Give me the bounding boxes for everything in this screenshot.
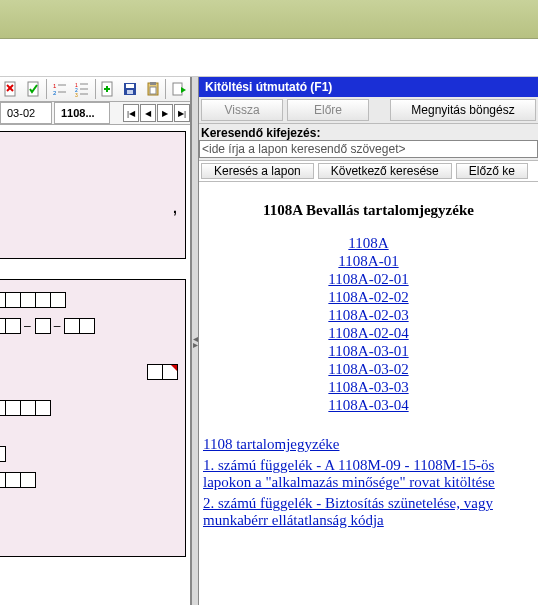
additional-links: 1108 tartalomjegyzéke 1. számú függelék …: [203, 436, 534, 529]
help-title: 1108A Bevallás tartalomjegyzéke: [203, 202, 534, 219]
toc-link[interactable]: 1108A-03-02: [203, 361, 534, 378]
main-toc-link[interactable]: 1108 tartalomjegyzéke: [203, 436, 339, 452]
tab-0302[interactable]: 03-02: [0, 102, 52, 124]
tabs-row: 03-02 1108... |◀ ◀ ▶ ▶|: [0, 102, 190, 125]
paste-icon[interactable]: [142, 77, 165, 101]
spacer-bar: [0, 39, 538, 77]
svg-marker-24: [181, 87, 186, 93]
numbered-tree-123-icon[interactable]: 123: [71, 77, 94, 101]
form-section-1: ,: [0, 131, 186, 259]
toc-link[interactable]: 1108A-03-04: [203, 397, 534, 414]
svg-rect-18: [126, 84, 134, 88]
form-area: , – –: [0, 125, 191, 573]
nav-last-button[interactable]: ▶|: [174, 104, 190, 122]
tab-1108[interactable]: 1108...: [54, 102, 110, 124]
input-cells-row-3[interactable]: [0, 364, 177, 380]
toc-link[interactable]: 1108A-02-04: [203, 325, 534, 342]
toc-list: 1108A 1108A-01 1108A-02-01 1108A-02-02 1…: [203, 235, 534, 414]
ribbon-bar: [0, 0, 538, 39]
toolbar: 12 123: [0, 77, 190, 102]
search-page-button[interactable]: Keresés a lapon: [201, 163, 314, 179]
help-nav-row: Vissza Előre Megnyitás böngész: [199, 97, 538, 124]
svg-rect-19: [127, 90, 133, 94]
help-header: Kitöltési útmutató (F1): [199, 77, 538, 97]
svg-text:3: 3: [75, 92, 78, 97]
nav-first-button[interactable]: |◀: [123, 104, 139, 122]
svg-text:2: 2: [53, 90, 57, 96]
search-buttons-row: Keresés a lapon Következő keresése Előző…: [199, 160, 538, 182]
nav-next-button[interactable]: ▶: [157, 104, 173, 122]
new-page-icon[interactable]: [96, 77, 119, 101]
splitter[interactable]: ◂▸: [191, 77, 199, 605]
search-label: Keresendő kifejezés:: [199, 124, 538, 140]
input-cells-row-6[interactable]: [0, 472, 177, 488]
svg-rect-23: [173, 83, 182, 95]
toc-link[interactable]: 1108A: [203, 235, 534, 252]
svg-text:1: 1: [53, 83, 57, 89]
appendix-1-link[interactable]: 1. számú függelék - A 1108M-09 - 1108M-1…: [203, 457, 495, 490]
search-input[interactable]: [199, 140, 538, 158]
help-pane: Kitöltési útmutató (F1) Vissza Előre Meg…: [199, 77, 538, 605]
svg-rect-22: [150, 87, 156, 94]
input-cells-row-5[interactable]: [0, 446, 177, 462]
toc-link[interactable]: 1108A-01: [203, 253, 534, 270]
nav-prev-button[interactable]: ◀: [140, 104, 156, 122]
input-cells-row-1[interactable]: [0, 292, 177, 308]
help-content: 1108A Bevallás tartalomjegyzéke 1108A 11…: [199, 182, 538, 605]
forward-button[interactable]: Előre: [287, 99, 369, 121]
page-check-icon[interactable]: [23, 77, 46, 101]
input-cells-row-2[interactable]: – –: [0, 318, 177, 334]
save-icon[interactable]: [119, 77, 142, 101]
page-error-icon[interactable]: [0, 77, 23, 101]
numbered-tree-12-icon[interactable]: 12: [48, 77, 71, 101]
toc-link[interactable]: 1108A-02-03: [203, 307, 534, 324]
comma-label: ,: [0, 200, 177, 216]
form-pane: 12 123 03-02 1108... |◀: [0, 77, 191, 605]
form-section-2: – –: [0, 279, 186, 557]
toc-link[interactable]: 1108A-02-01: [203, 271, 534, 288]
open-in-browser-button[interactable]: Megnyitás böngész: [390, 99, 536, 121]
search-prev-button[interactable]: Előző ke: [456, 163, 528, 179]
toc-link[interactable]: 1108A-02-02: [203, 289, 534, 306]
splitter-grip-icon: ◂▸: [193, 336, 198, 348]
toc-link[interactable]: 1108A-03-01: [203, 343, 534, 360]
search-next-button[interactable]: Következő keresése: [318, 163, 452, 179]
back-button[interactable]: Vissza: [201, 99, 283, 121]
appendix-2-link[interactable]: 2. számú függelék - Biztosítás szünetelé…: [203, 495, 493, 528]
toc-link[interactable]: 1108A-03-03: [203, 379, 534, 396]
export-icon[interactable]: [167, 77, 190, 101]
svg-rect-21: [150, 82, 156, 85]
input-cells-row-4[interactable]: [0, 400, 177, 416]
